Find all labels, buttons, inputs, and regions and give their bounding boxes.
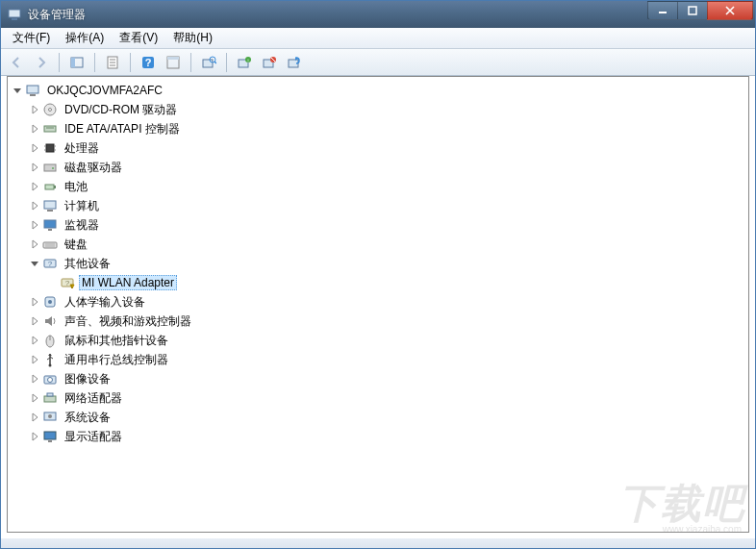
tree-node[interactable]: IDE ATA/ATAPI 控制器 [8, 119, 748, 138]
expand-icon[interactable] [29, 315, 40, 327]
expand-icon[interactable] [29, 104, 40, 115]
svg-point-57 [48, 378, 53, 383]
tree-node[interactable]: 显示适配器 [8, 427, 748, 446]
svg-text:?: ? [145, 57, 152, 68]
svg-rect-58 [44, 396, 56, 402]
titlebar[interactable]: 设备管理器 [1, 1, 755, 28]
svg-rect-0 [9, 10, 20, 17]
help-button[interactable]: ? [137, 51, 160, 74]
tree-node[interactable]: 处理器 [8, 138, 748, 158]
tree-node[interactable]: 电池 [8, 177, 748, 196]
disable-device-button[interactable] [258, 51, 281, 74]
tree-node-label[interactable]: 显示适配器 [62, 428, 125, 446]
tree-node-label[interactable]: 通用串行总线控制器 [62, 351, 171, 369]
uninstall-device-button[interactable] [283, 51, 306, 74]
svg-rect-42 [48, 229, 52, 231]
tree-node-label[interactable]: 电池 [62, 178, 90, 196]
tree-node[interactable]: DVD/CD-ROM 驱动器 [8, 100, 748, 119]
tree-node-label[interactable]: 键盘 [62, 236, 90, 254]
expand-icon[interactable] [29, 123, 40, 135]
mouse-icon [42, 333, 58, 348]
console-tree-button[interactable] [162, 51, 185, 74]
expand-icon[interactable] [29, 373, 40, 385]
tree-node-label[interactable]: IDE ATA/ATAPI 控制器 [62, 120, 183, 138]
update-driver-button[interactable]: ↑ [233, 51, 256, 74]
tree-node-label[interactable]: 图像设备 [62, 370, 113, 388]
expand-icon[interactable] [29, 392, 40, 404]
menu-action[interactable]: 操作(A) [58, 28, 112, 48]
disk-icon [42, 160, 58, 175]
tree-node[interactable]: 声音、视频和游戏控制器 [8, 312, 748, 331]
menu-help[interactable]: 帮助(H) [165, 28, 220, 48]
svg-point-36 [52, 167, 54, 169]
device-tree: OKJQCJOVMFA2AFCDVD/CD-ROM 驱动器IDE ATA/ATA… [8, 77, 748, 450]
expand-icon[interactable] [29, 354, 40, 365]
tree-node-label[interactable]: DVD/CD-ROM 驱动器 [62, 101, 180, 119]
tree-node-label[interactable]: 声音、视频和游戏控制器 [62, 312, 194, 331]
toolbar-separator [130, 53, 131, 72]
tree-node[interactable]: ?!MI WLAN Adapter [8, 273, 748, 292]
expand-icon[interactable] [29, 200, 40, 212]
svg-point-52 [48, 300, 52, 304]
display-icon [42, 429, 58, 444]
tree-node[interactable]: 计算机 [8, 196, 748, 215]
tree-node[interactable]: 磁盘驱动器 [8, 158, 748, 177]
device-manager-window: 设备管理器 文件(F) 操作(A) 查看(V) 帮助(H) ? [0, 0, 756, 549]
minimize-button[interactable] [647, 1, 678, 20]
tree-node[interactable]: 网络适配器 [8, 388, 748, 408]
properties-button[interactable] [101, 51, 124, 74]
tree-node-label[interactable]: 监视器 [62, 216, 102, 235]
menubar: 文件(F) 操作(A) 查看(V) 帮助(H) [1, 28, 755, 49]
svg-rect-3 [689, 7, 696, 14]
tree-node[interactable]: 键盘 [8, 235, 748, 254]
expand-icon[interactable] [29, 162, 40, 173]
tree-node[interactable]: 监视器 [8, 215, 748, 235]
tree-node-label[interactable]: 网络适配器 [62, 389, 125, 408]
expand-icon[interactable] [29, 142, 40, 154]
tree-node-label[interactable]: 处理器 [62, 139, 102, 158]
menu-view[interactable]: 查看(V) [112, 28, 165, 48]
tree-node-label[interactable]: OKJQCJOVMFA2AFC [44, 83, 165, 98]
tree-node-label[interactable]: 其他设备 [62, 255, 113, 273]
expand-icon[interactable] [29, 181, 40, 192]
tree-node[interactable]: OKJQCJOVMFA2AFC [8, 81, 748, 100]
monitor-icon [42, 217, 58, 233]
forward-button[interactable] [30, 51, 53, 74]
keyboard-icon [42, 237, 58, 252]
tree-node-label[interactable]: 系统设备 [62, 409, 113, 427]
expand-icon[interactable] [29, 296, 40, 308]
svg-point-61 [48, 414, 52, 418]
svg-text:?: ? [48, 260, 53, 268]
svg-rect-5 [71, 58, 75, 67]
menu-file[interactable]: 文件(F) [5, 28, 58, 48]
expand-icon[interactable] [29, 412, 40, 423]
tree-node[interactable]: 图像设备 [8, 369, 748, 388]
tree-node[interactable]: 系统设备 [8, 408, 748, 427]
network-icon [42, 390, 58, 406]
collapse-icon[interactable] [12, 85, 23, 96]
expand-icon[interactable] [29, 431, 40, 442]
expand-icon[interactable] [29, 238, 40, 250]
show-hide-console-tree-button[interactable] [65, 51, 88, 74]
tree-node[interactable]: 鼠标和其他指针设备 [8, 331, 748, 350]
svg-rect-62 [44, 432, 56, 439]
maximize-button[interactable] [677, 1, 708, 20]
tree-node-label[interactable]: MI WLAN Adapter [79, 275, 177, 290]
unknown-device-icon: ?! [60, 275, 75, 290]
tree-node-label[interactable]: 磁盘驱动器 [62, 159, 125, 177]
back-button[interactable] [5, 51, 28, 74]
tree-node[interactable]: ?其他设备 [8, 254, 748, 273]
svg-text:!: ! [71, 284, 72, 289]
expand-icon[interactable] [29, 335, 40, 346]
tree-node[interactable]: 人体学输入设备 [8, 292, 748, 312]
tree-node-label[interactable]: 人体学输入设备 [62, 293, 148, 312]
svg-rect-35 [44, 164, 56, 171]
close-button[interactable] [707, 1, 753, 20]
tree-node-label[interactable]: 鼠标和其他指针设备 [62, 332, 171, 350]
tree-panel[interactable]: OKJQCJOVMFA2AFCDVD/CD-ROM 驱动器IDE ATA/ATA… [7, 76, 749, 533]
tree-node[interactable]: 通用串行总线控制器 [8, 350, 748, 369]
tree-node-label[interactable]: 计算机 [62, 197, 102, 215]
scan-hardware-button[interactable] [197, 51, 220, 74]
expand-icon[interactable] [29, 219, 40, 231]
collapse-icon[interactable] [29, 258, 40, 269]
